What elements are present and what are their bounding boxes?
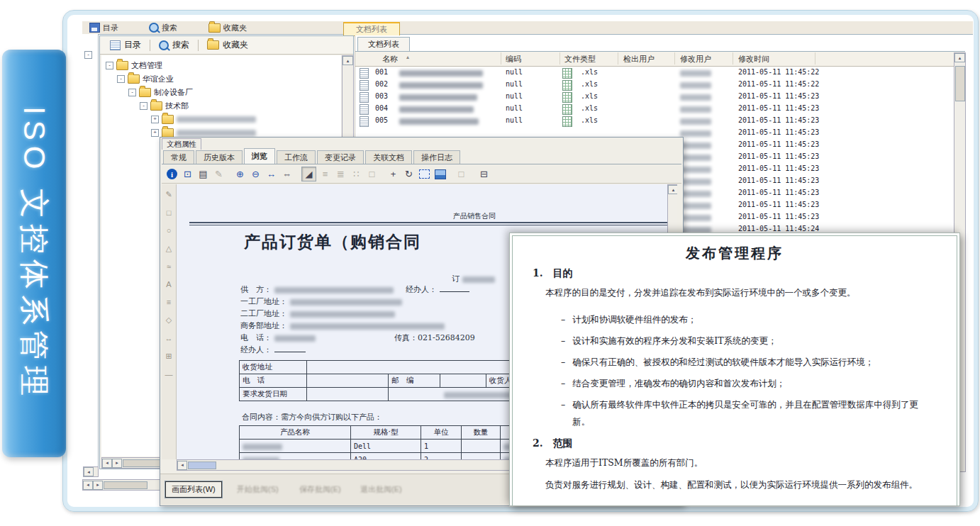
rect-icon[interactable]: □ <box>167 208 172 217</box>
print-icon[interactable]: ▤ <box>196 167 210 181</box>
lines-icon[interactable]: ≡ <box>167 298 171 306</box>
tab-browse[interactable]: 浏览 <box>244 148 275 164</box>
zoom-page-icon[interactable]: ⊡ <box>181 167 194 181</box>
scroll-left-icon[interactable]: ◂ <box>102 459 112 468</box>
tab-change-log[interactable]: 变更记录 <box>317 150 364 164</box>
collapse-icon[interactable]: - <box>117 75 125 83</box>
scroll-thumb[interactable] <box>104 481 147 489</box>
table-row[interactable]: 001 null .xls 2011-05-11 11:45:22 <box>355 67 965 79</box>
back-tab-favorites[interactable]: 收藏夹 <box>204 22 251 33</box>
col-filetype[interactable]: 文件类型 <box>564 54 596 65</box>
col-qty: 数量 <box>462 426 501 440</box>
grid-icon[interactable]: ⊞ <box>165 352 172 361</box>
collapse-icon[interactable]: - <box>128 89 136 96</box>
scroll-left-icon[interactable]: ◂ <box>177 461 187 470</box>
col-code[interactable]: 编码 <box>506 54 521 65</box>
back-tab-search[interactable]: 搜索 <box>145 22 182 33</box>
tab-general[interactable]: 常规 <box>163 150 194 164</box>
scroll-left-icon[interactable]: ◂ <box>84 467 94 476</box>
layout-icon[interactable]: ⊟ <box>477 167 491 181</box>
tree-expand-box[interactable]: - <box>84 51 92 59</box>
doc-list-tab[interactable]: 文档列表 <box>357 37 410 51</box>
col-sep <box>501 52 501 65</box>
zoom-out-icon[interactable]: ⊖ <box>249 167 262 181</box>
unit-value: 1 <box>421 440 462 453</box>
contract-header: 产品销售合同 <box>453 211 496 221</box>
tab-operation-log[interactable]: 操作日志 <box>413 150 460 164</box>
toolbar-button-search[interactable]: 搜索 <box>155 38 194 52</box>
col-name[interactable]: 名称 <box>382 54 398 65</box>
edit-icon[interactable]: ✎ <box>165 190 172 199</box>
redacted-text <box>290 299 402 306</box>
image-icon[interactable] <box>433 167 447 181</box>
fax-label: 传真：021-52684209 <box>394 333 475 342</box>
zoom-in-icon[interactable]: ⊕ <box>233 167 247 181</box>
dash-icon[interactable]: — <box>165 370 173 379</box>
scroll-right-icon[interactable]: ▸ <box>93 481 103 490</box>
select-region-icon[interactable] <box>418 167 431 181</box>
fit-width-icon[interactable]: ↔ <box>265 167 278 181</box>
scroll-left-icon[interactable]: ◂ <box>83 481 93 490</box>
scroll-up-icon[interactable]: ▴ <box>954 53 965 62</box>
tree-item-doc-management[interactable]: - 文档管理 <box>106 60 162 72</box>
circle-icon[interactable]: ○ <box>167 226 172 235</box>
zip-label: 邮 编 <box>389 374 440 388</box>
toolbar-button-catalog[interactable]: 目录 <box>106 38 145 52</box>
collapse-icon[interactable]: - <box>140 102 147 110</box>
tab-label: 操作日志 <box>421 152 452 163</box>
glyph: □ <box>369 169 375 179</box>
table-row[interactable]: 004 null .xls 2011-05-11 11:45:23 <box>355 103 965 115</box>
table-row[interactable]: 002 null .xls 2011-05-11 11:45:22 <box>355 79 965 91</box>
toolbar-button-favorites[interactable]: 收藏夹 <box>203 38 252 52</box>
back-tab-catalog-label: 目录 <box>103 23 118 33</box>
align-icon[interactable]: ≡ <box>318 167 332 181</box>
back-doc-list-tab[interactable]: 文档列表 <box>343 22 400 36</box>
expand-icon[interactable]: + <box>151 116 159 123</box>
scroll-thumb[interactable] <box>188 461 216 469</box>
tree-item-tech-dept[interactable]: - 技术部 <box>140 100 189 112</box>
back-tab-catalog[interactable]: 目录 <box>85 22 123 33</box>
triangle-icon[interactable]: △ <box>166 244 172 253</box>
wave-icon[interactable]: ≈ <box>167 262 171 271</box>
contrast-icon[interactable]: ◢ <box>301 167 316 181</box>
fit-page-icon[interactable]: ⇔ <box>280 167 294 181</box>
tab-history[interactable]: 历史版本 <box>196 150 243 164</box>
screen-list-button[interactable]: 画面列表(W) <box>165 481 222 498</box>
bullet-dash: – <box>561 396 565 430</box>
tab-related-docs[interactable]: 关联文档 <box>365 150 412 164</box>
diamond-icon[interactable]: ◇ <box>166 315 172 325</box>
col-modify-time[interactable]: 修改时间 <box>738 54 769 65</box>
tab-workflow[interactable]: 工作流 <box>277 150 316 164</box>
lines-icon[interactable]: ≣ <box>334 167 347 181</box>
tree-item-factory[interactable]: - 制冷设备厂 <box>128 86 193 99</box>
rotate-icon[interactable]: ↻ <box>402 167 416 181</box>
scroll-right-icon[interactable]: ▸ <box>112 459 122 468</box>
props-title-tab[interactable]: 文档属性 <box>162 138 201 150</box>
row-code: null <box>506 92 523 100</box>
prev-page-icon[interactable]: □ <box>455 167 468 181</box>
scroll-up-icon[interactable]: ▴ <box>668 185 677 194</box>
back-pane-hscrollbar[interactable]: ◂ <box>83 466 99 477</box>
row-code: null <box>506 68 523 76</box>
table-row[interactable]: 003 null .xls 2011-05-11 11:45:23 <box>355 91 965 103</box>
table-row[interactable]: 005 null .xls 2011-05-11 11:45:23 <box>355 115 965 127</box>
scroll-up-icon[interactable]: ▴ <box>343 56 353 65</box>
collapse-icon[interactable]: - <box>106 62 113 69</box>
info-icon[interactable]: i <box>165 167 179 181</box>
glyph: ≣ <box>337 169 345 179</box>
col-checkout-user[interactable]: 检出用户 <box>623 54 655 65</box>
tree-item-redacted[interactable]: + <box>151 113 256 125</box>
edit-icon[interactable]: ✎ <box>212 167 225 181</box>
contract-content-line: 合同内容：需方今向供方订购以下产品： <box>242 412 382 423</box>
arrow-icon[interactable]: ↔ <box>165 334 173 342</box>
scroll-thumb[interactable] <box>955 66 965 101</box>
tree-item-company[interactable]: - 华谊企业 <box>117 73 174 85</box>
scope-paragraph-1: 本程序适用于ITSM所覆盖的所有部门。 <box>545 457 932 469</box>
expand-icon[interactable]: + <box>151 129 159 137</box>
sort-icon[interactable]: ▴ <box>406 54 409 60</box>
grid-icon[interactable]: ∷ <box>350 167 363 181</box>
text-icon[interactable]: A <box>166 280 171 289</box>
col-modify-user[interactable]: 修改用户 <box>680 54 711 65</box>
frame-icon[interactable]: □ <box>365 167 379 181</box>
pan-icon[interactable]: + <box>386 167 400 181</box>
